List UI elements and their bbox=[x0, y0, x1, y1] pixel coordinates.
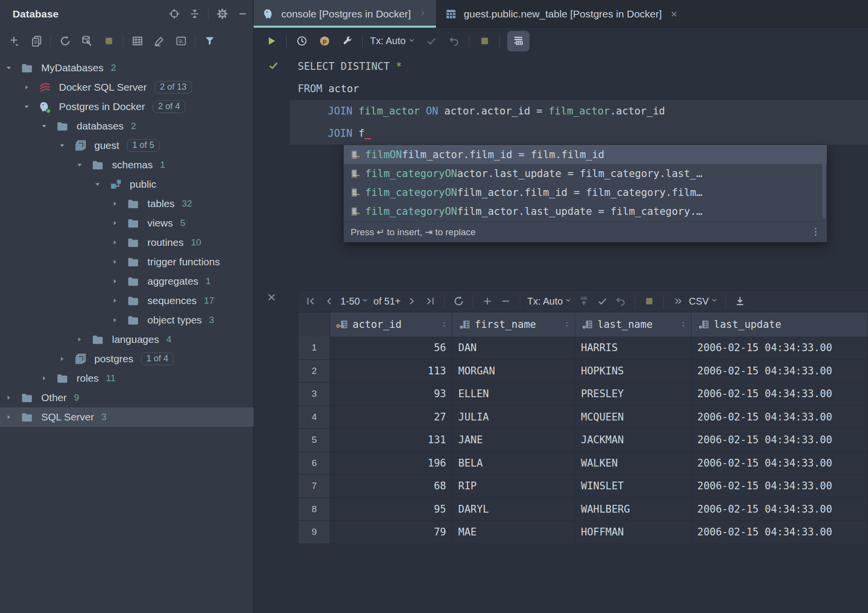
history-icon[interactable] bbox=[294, 33, 309, 49]
settings-wrench-icon[interactable] bbox=[339, 33, 355, 49]
cell-last_name[interactable]: HOPKINS bbox=[575, 360, 691, 383]
cell-actor_id[interactable]: 68 bbox=[330, 475, 452, 498]
cell-last_name[interactable]: JACKMAN bbox=[575, 429, 691, 452]
chevron-right-icon[interactable] bbox=[110, 315, 120, 325]
last-page-icon[interactable] bbox=[423, 294, 437, 308]
tree-item-schemas[interactable]: schemas1 bbox=[0, 155, 254, 175]
first-page-icon[interactable] bbox=[304, 294, 318, 308]
locate-icon[interactable] bbox=[167, 7, 181, 21]
cell-first_name[interactable]: DAN bbox=[452, 337, 575, 359]
row-number[interactable]: 8 bbox=[299, 498, 330, 521]
chevron-down-icon[interactable] bbox=[93, 179, 102, 189]
cell-first_name[interactable]: DARYL bbox=[452, 498, 575, 521]
add-row-icon[interactable] bbox=[480, 294, 495, 308]
row-number-header[interactable] bbox=[299, 312, 330, 337]
session-badge-icon[interactable]: p bbox=[317, 33, 332, 49]
cell-first_name[interactable]: MORGAN bbox=[452, 360, 575, 383]
cell-last_name[interactable]: WALKEN bbox=[575, 452, 691, 475]
column-header-last_update[interactable]: last_update bbox=[691, 312, 868, 337]
cell-first_name[interactable]: MAE bbox=[452, 521, 575, 544]
tree-item-object-types[interactable]: object types3 bbox=[0, 310, 254, 330]
cell-first_name[interactable]: ELLEN bbox=[452, 383, 575, 405]
tree-item-guest[interactable]: guest1 of 5 bbox=[0, 136, 254, 155]
cell-last_update[interactable]: 2006-02-15 04:34:33.00 bbox=[691, 337, 868, 359]
chevron-right-icon[interactable] bbox=[4, 393, 14, 403]
edit-icon[interactable] bbox=[151, 33, 167, 49]
chevron-right-icon[interactable] bbox=[39, 373, 49, 383]
tree-item-routines[interactable]: routines10 bbox=[0, 233, 254, 252]
popup-scrollbar[interactable] bbox=[822, 146, 826, 219]
prev-page-icon[interactable] bbox=[322, 294, 337, 308]
tree-item-mydatabases[interactable]: MyDatabases2 bbox=[0, 58, 254, 78]
commit-icon[interactable] bbox=[423, 33, 439, 49]
cell-last_update[interactable]: 2006-02-15 04:34:33.00 bbox=[691, 452, 868, 475]
hide-panel-icon[interactable] bbox=[236, 7, 249, 21]
row-number[interactable]: 7 bbox=[299, 475, 330, 498]
row-number[interactable]: 1 bbox=[299, 337, 330, 359]
close-results-icon[interactable] bbox=[265, 290, 278, 304]
cell-actor_id[interactable]: 95 bbox=[330, 498, 452, 521]
chevron-right-icon[interactable] bbox=[22, 82, 32, 92]
chevron-right-icon[interactable] bbox=[110, 276, 120, 286]
export-format-dropdown[interactable]: CSV bbox=[689, 296, 719, 307]
code-line[interactable]: JOIN film_actor ON actor.actor_id = film… bbox=[254, 100, 868, 122]
sort-toggle-icon[interactable] bbox=[440, 319, 448, 332]
cell-last_update[interactable]: 2006-02-15 04:34:33.00 bbox=[691, 360, 868, 383]
completion-item-1[interactable]: film ON film_actor.film_id = film.film_i… bbox=[344, 145, 827, 164]
tree-item-languages[interactable]: languages4 bbox=[0, 330, 254, 349]
tree-item-roles[interactable]: roles11 bbox=[0, 369, 254, 388]
duplicate-icon[interactable] bbox=[29, 33, 44, 49]
completion-item-3[interactable]: film_category ON film_actor.film_id = fi… bbox=[344, 183, 827, 202]
chevron-right-icon[interactable] bbox=[110, 199, 120, 209]
cell-last_name[interactable]: HARRIS bbox=[575, 337, 691, 359]
reload-icon[interactable] bbox=[451, 294, 466, 308]
refresh-icon[interactable] bbox=[57, 33, 73, 49]
cell-first_name[interactable]: JULIA bbox=[452, 406, 575, 429]
export-more-icon[interactable] bbox=[671, 294, 685, 308]
tx-mode-dropdown[interactable]: Tx: Auto bbox=[370, 35, 416, 47]
inline-results-toggle[interactable] bbox=[507, 31, 530, 51]
cell-last_name[interactable]: HOFFMAN bbox=[575, 521, 691, 544]
row-number[interactable]: 5 bbox=[299, 429, 330, 452]
chevron-right-icon[interactable] bbox=[75, 335, 84, 344]
page-size-dropdown[interactable]: 1-50 bbox=[340, 296, 370, 307]
chevron-down-icon[interactable] bbox=[75, 160, 84, 170]
cell-last_name[interactable]: PRESLEY bbox=[575, 383, 691, 405]
stop-icon[interactable] bbox=[477, 33, 492, 49]
chevron-down-icon[interactable] bbox=[4, 63, 14, 73]
tree-item-postgres-in-docker[interactable]: Postgres in Docker2 of 4 bbox=[0, 97, 254, 116]
cell-actor_id[interactable]: 131 bbox=[330, 429, 452, 452]
cell-last_name[interactable]: MCQUEEN bbox=[575, 406, 691, 429]
column-header-actor_id[interactable]: actor_id bbox=[330, 312, 452, 337]
row-number[interactable]: 9 bbox=[299, 521, 330, 544]
cell-last_update[interactable]: 2006-02-15 04:34:33.00 bbox=[691, 429, 868, 452]
revert-icon[interactable] bbox=[613, 294, 628, 308]
tab-console[interactable]: console [Postgres in Docker] bbox=[254, 0, 436, 28]
close-tab-icon[interactable] bbox=[669, 9, 679, 19]
tree-item-postgres[interactable]: postgres1 of 4 bbox=[0, 349, 254, 369]
cell-first_name[interactable]: JANE bbox=[452, 429, 575, 452]
cell-last_update[interactable]: 2006-02-15 04:34:33.00 bbox=[691, 498, 868, 521]
cell-last_update[interactable]: 2006-02-15 04:34:33.00 bbox=[691, 383, 868, 405]
chevron-right-icon[interactable] bbox=[110, 238, 120, 247]
cell-actor_id[interactable]: 27 bbox=[330, 406, 452, 429]
chevron-down-icon[interactable] bbox=[57, 141, 67, 150]
chevron-right-icon[interactable] bbox=[110, 257, 120, 267]
code-line[interactable]: FROM actor bbox=[254, 78, 868, 100]
gear-icon[interactable] bbox=[215, 7, 229, 21]
cell-actor_id[interactable]: 79 bbox=[330, 521, 452, 544]
tree-item-sequences[interactable]: sequences17 bbox=[0, 291, 254, 310]
tree-item-tables[interactable]: tables32 bbox=[0, 194, 254, 213]
tree-item-sql-server[interactable]: SQL Server3 bbox=[0, 407, 254, 427]
cell-first_name[interactable]: RIP bbox=[452, 475, 575, 498]
tree-item-public[interactable]: public bbox=[0, 175, 254, 194]
stop-icon[interactable] bbox=[101, 33, 116, 49]
tx-mode-dropdown[interactable]: Tx: Auto bbox=[527, 296, 572, 307]
delete-row-icon[interactable] bbox=[498, 294, 513, 308]
completion-item-2[interactable]: film_category ON actor.last_update = fil… bbox=[344, 164, 827, 183]
tab-new-table[interactable]: guest.public.new_table [Postgres in Dock… bbox=[436, 0, 688, 28]
row-number[interactable]: 2 bbox=[299, 360, 330, 383]
table-view-icon[interactable] bbox=[129, 33, 145, 49]
tree-item-views[interactable]: views5 bbox=[0, 213, 254, 233]
cell-last_update[interactable]: 2006-02-15 04:34:33.00 bbox=[691, 406, 868, 429]
